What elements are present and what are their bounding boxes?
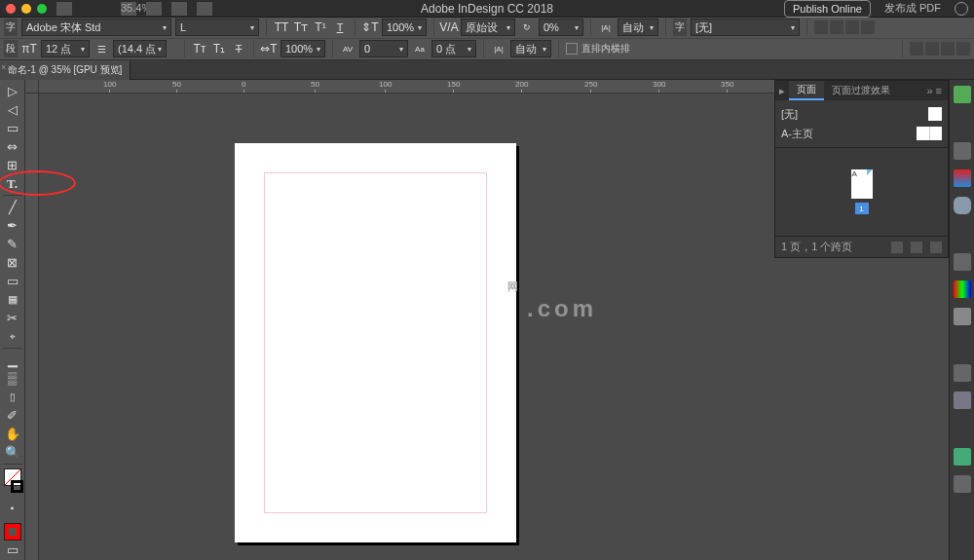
zoom-level[interactable]: 35.4% (121, 2, 136, 16)
grid-tool[interactable]: ▦ (1, 290, 24, 309)
align-justify-icon[interactable] (910, 42, 923, 56)
align-justify-right-icon[interactable] (941, 42, 955, 56)
hscale-icon: ⇔T (261, 41, 277, 56)
vertical-scale-field[interactable]: 100%▾ (382, 19, 427, 36)
note-tool[interactable]: ▯ (1, 388, 24, 406)
close-window-icon[interactable] (6, 4, 16, 14)
gradient-feather-tool[interactable]: ▒ (1, 369, 24, 388)
gap-tool[interactable]: ⇔ (1, 137, 24, 156)
cc-libraries-icon[interactable] (954, 86, 971, 103)
maximize-window-icon[interactable] (37, 4, 47, 14)
underline-icon[interactable]: T (332, 19, 348, 35)
page-tool[interactable]: ▭ (1, 119, 24, 137)
scissors-tool[interactable]: ✂ (1, 309, 24, 327)
screen-mode-tool[interactable]: ▭ (1, 541, 24, 559)
caps-tt-icon[interactable]: Tт (192, 41, 207, 56)
publish-online-button[interactable]: Publish Online (784, 0, 871, 18)
apply-color-icon[interactable]: ▪ (1, 499, 24, 517)
superscript-icon[interactable]: T¹ (313, 19, 328, 35)
rectangle-frame-tool[interactable]: ⊠ (1, 253, 24, 272)
delete-page-icon[interactable] (930, 242, 942, 253)
arrange-icon[interactable] (197, 2, 212, 16)
format-container-swatch[interactable] (4, 523, 21, 541)
free-transform-tool[interactable]: ⌖ (1, 327, 24, 346)
page-1-thumbnail[interactable]: A (851, 169, 873, 199)
baseline-shift-field[interactable]: 0 点▾ (431, 40, 476, 57)
bookmark-panel-icon[interactable] (954, 364, 971, 382)
tab-pages[interactable]: 页面 (789, 81, 824, 100)
page[interactable] (235, 143, 516, 542)
close-panel-x[interactable]: × ▸ (1, 62, 14, 72)
selection-tool[interactable]: ▷ (1, 82, 24, 100)
search-icon[interactable] (955, 2, 968, 16)
align-center-icon[interactable] (830, 20, 843, 34)
align-justify-center-icon[interactable] (925, 42, 939, 56)
line-tool[interactable]: ╱ (1, 198, 24, 216)
edit-page-size-icon[interactable] (891, 242, 903, 253)
pen-tool[interactable]: ✒ (1, 216, 24, 235)
screen-mode-icon[interactable] (171, 2, 187, 16)
direct-selection-tool[interactable]: ◁ (1, 100, 24, 119)
zoom-tool[interactable]: 🔍 (1, 443, 24, 462)
rectangle-tool[interactable]: ▭ (1, 272, 24, 290)
links-icon[interactable] (954, 197, 971, 214)
object-styles-icon[interactable] (954, 448, 971, 466)
align-left-icon[interactable] (814, 20, 828, 34)
tab-page-transitions[interactable]: 页面过渡效果 (824, 81, 898, 100)
char-style-field[interactable]: [无]▾ (691, 19, 800, 36)
font-style-field[interactable]: L▾ (175, 19, 259, 36)
type-tool[interactable]: T. (1, 174, 24, 193)
aki-after-field[interactable]: 自动▾ (510, 40, 551, 57)
pages-icon[interactable] (954, 142, 971, 160)
page-thumbnails-area: A 1 (775, 148, 948, 236)
tatechuyoko-checkbox[interactable] (566, 43, 578, 55)
strike-icon[interactable]: T (231, 41, 246, 56)
kerning-field[interactable]: 原始设▾ (461, 19, 515, 36)
minimize-window-icon[interactable] (21, 4, 31, 14)
panel-menu-icon[interactable]: » ≡ (920, 85, 948, 96)
document-tab[interactable]: 命名-1 @ 35% [GPU 预览] (0, 60, 131, 80)
pdf-menu[interactable]: 发布成 PDF (884, 1, 941, 16)
vertical-ruler[interactable] (25, 93, 39, 560)
char-rotate-icon: ↻ (519, 19, 535, 35)
leading-field[interactable]: (14.4 点▾ (113, 40, 167, 57)
swatches-panel-icon[interactable] (954, 308, 971, 325)
pages-panel-collapse-icon[interactable]: ▸ (775, 85, 789, 97)
hand-tool[interactable]: ✋ (1, 425, 24, 443)
kerning-icon: V/A (441, 19, 457, 35)
stroke-panel-icon[interactable] (954, 253, 971, 271)
paragraph-styles-icon[interactable] (954, 475, 971, 493)
horizontal-scale-field[interactable]: 100%▾ (281, 40, 325, 57)
font-size-field[interactable]: 12 点▾ (41, 40, 90, 57)
stroke-swatch[interactable] (11, 480, 23, 493)
master-none-row[interactable]: [无] (775, 104, 948, 124)
small-caps-icon[interactable]: Tᴛ (293, 19, 309, 35)
align-justify-all-icon[interactable] (956, 42, 970, 56)
color-panel-icon[interactable] (954, 280, 971, 298)
tracking-field[interactable]: 0▾ (359, 40, 408, 57)
new-page-icon[interactable] (911, 242, 922, 253)
pages-footer-status: 1 页，1 个跨页 (781, 240, 852, 254)
pencil-tool[interactable]: ✎ (1, 235, 24, 253)
layers-icon[interactable] (954, 169, 971, 187)
gradient-swatch-tool[interactable]: ▁ (1, 351, 24, 369)
align-right-icon[interactable] (845, 20, 859, 34)
ruler-origin[interactable] (25, 80, 39, 93)
aki-before-field[interactable]: 自动▾ (618, 19, 658, 36)
master-a-thumb (917, 127, 942, 140)
align-justify-left-icon[interactable] (861, 20, 875, 34)
page-number-badge[interactable]: 1 (855, 203, 869, 214)
paragraph-mode-button[interactable]: 段 (4, 40, 18, 57)
content-collector-tool[interactable]: ⊞ (1, 156, 24, 174)
view-options-icon[interactable] (146, 2, 162, 16)
character-mode-button[interactable]: 字 (4, 19, 18, 36)
char-rotate-field[interactable]: 0%▾ (539, 19, 583, 36)
bridge-icon[interactable] (56, 2, 72, 16)
font-family-field[interactable]: Adobe 宋体 Std▾ (21, 19, 171, 36)
character-panel-icon[interactable] (954, 392, 971, 409)
subscript-tt-icon[interactable]: T₁ (211, 41, 227, 56)
master-a-row[interactable]: A-主页 (775, 124, 948, 143)
all-caps-icon[interactable]: TT (274, 19, 289, 35)
window-controls (6, 4, 47, 14)
eyedropper-tool[interactable]: ✐ (1, 406, 24, 425)
